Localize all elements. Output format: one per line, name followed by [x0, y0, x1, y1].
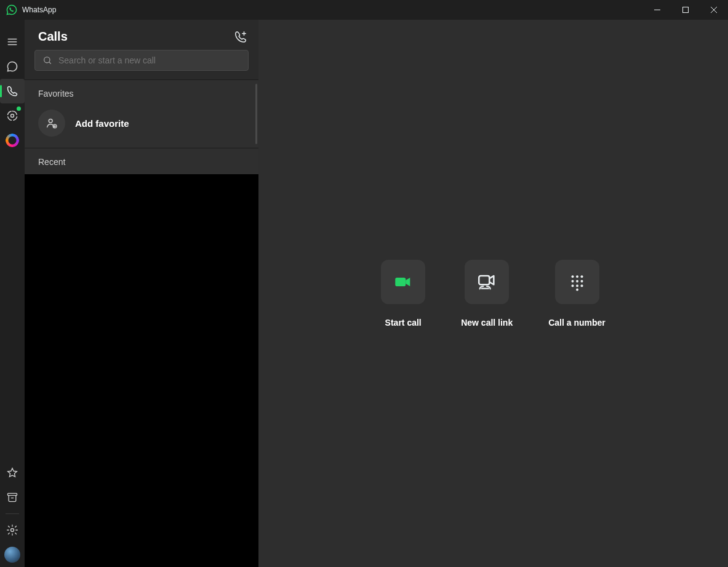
svg-point-12 [571, 279, 574, 282]
svg-point-16 [576, 284, 578, 287]
call-a-number-button[interactable]: Call a number [548, 260, 606, 328]
panel-title: Calls [38, 30, 68, 44]
video-camera-icon [393, 271, 414, 292]
svg-point-13 [576, 279, 578, 282]
titlebar-left: WhatsApp [6, 4, 56, 15]
phone-icon [6, 85, 18, 97]
detail-pane: Start call New call link [258, 20, 728, 567]
recent-title: Recent [25, 148, 258, 174]
star-icon [6, 467, 18, 479]
call-a-number-label: Call a number [548, 318, 606, 328]
nav-rail [0, 20, 25, 567]
svg-rect-2 [8, 493, 17, 495]
window-title: WhatsApp [22, 6, 56, 14]
svg-point-5 [49, 119, 52, 123]
gear-icon [6, 524, 18, 536]
favorites-title: Favorites [25, 80, 258, 106]
profile-avatar [4, 547, 20, 563]
nav-chats-button[interactable] [0, 54, 25, 79]
nav-archive-button[interactable] [0, 485, 25, 510]
new-call-link-button[interactable]: New call link [461, 260, 513, 328]
nav-meta-ai-button[interactable] [0, 128, 25, 153]
start-call-button[interactable]: Start call [381, 260, 425, 328]
recent-list [25, 174, 258, 567]
window-minimize-button[interactable] [643, 0, 671, 20]
new-call-button[interactable] [234, 30, 247, 44]
search-field[interactable] [34, 50, 249, 71]
svg-point-18 [576, 288, 578, 291]
archive-icon [6, 491, 18, 504]
nav-profile-button[interactable] [0, 542, 25, 567]
rail-divider [6, 513, 19, 514]
status-icon [6, 110, 18, 122]
add-favorite-button[interactable]: Add favorite [25, 106, 258, 148]
titlebar: WhatsApp [0, 0, 728, 20]
scrollbar[interactable] [255, 84, 257, 144]
favorites-section: Favorites Add favorite [25, 79, 258, 148]
video-link-icon [476, 271, 497, 292]
person-plus-icon [45, 116, 58, 130]
dialpad-icon [568, 273, 586, 291]
nav-calls-button[interactable] [0, 79, 25, 103]
calls-panel: Calls Favorites [25, 20, 258, 567]
svg-point-15 [571, 284, 574, 287]
new-call-link-label: New call link [461, 318, 513, 328]
svg-point-14 [580, 279, 583, 282]
svg-point-10 [576, 275, 578, 278]
panel-header: Calls [25, 20, 258, 50]
window-controls [643, 0, 728, 20]
svg-point-17 [580, 284, 583, 287]
svg-rect-8 [479, 276, 489, 284]
recent-section: Recent [25, 148, 258, 174]
nav-settings-button[interactable] [0, 518, 25, 542]
nav-menu-button[interactable] [0, 30, 25, 54]
meta-ai-icon [6, 134, 19, 147]
svg-point-1 [11, 115, 14, 118]
svg-point-11 [580, 275, 583, 278]
app-body: Calls Favorites [0, 20, 728, 567]
search-icon [42, 55, 52, 65]
svg-rect-7 [395, 277, 406, 286]
call-actions: Start call New call link [381, 260, 606, 328]
svg-rect-0 [683, 7, 689, 13]
nav-status-button[interactable] [0, 103, 25, 128]
start-call-label: Start call [385, 318, 422, 328]
search-input[interactable] [58, 55, 241, 65]
chat-icon [6, 60, 18, 73]
add-favorite-icon-wrap [38, 110, 65, 137]
svg-point-3 [11, 529, 14, 532]
hamburger-icon [7, 36, 18, 47]
status-indicator-dot [17, 107, 21, 111]
nav-starred-button[interactable] [0, 460, 25, 485]
whatsapp-logo-icon [6, 4, 17, 15]
phone-plus-icon [234, 30, 247, 44]
window-maximize-button[interactable] [671, 0, 700, 20]
svg-point-9 [571, 275, 574, 278]
window-close-button[interactable] [700, 0, 728, 20]
add-favorite-label: Add favorite [75, 118, 129, 129]
